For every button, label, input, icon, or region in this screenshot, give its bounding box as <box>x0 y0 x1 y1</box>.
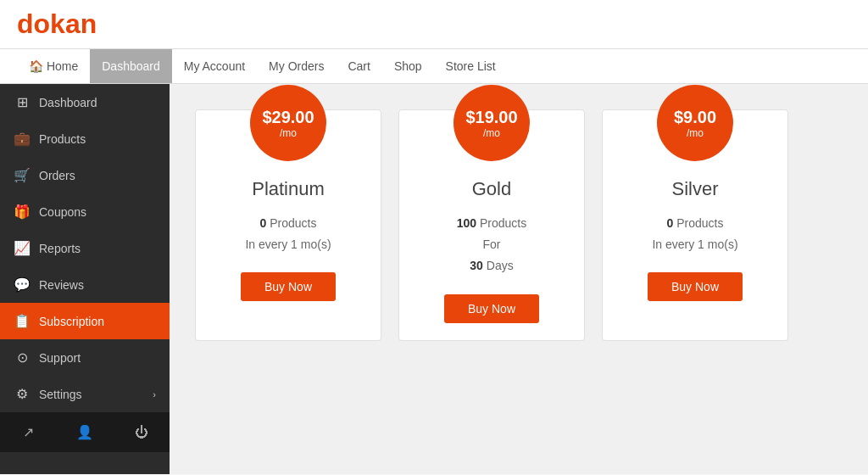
platinum-price: $29.00 <box>262 107 314 127</box>
platinum-period: /mo <box>280 127 297 139</box>
platinum-description: In every 1 mo(s) <box>245 238 331 251</box>
nav-cart[interactable]: Cart <box>336 49 381 83</box>
sidebar: ⊞ Dashboard 💼 Products 🛒 Orders 🎁 Coupon… <box>0 84 170 474</box>
sidebar-item-orders[interactable]: 🛒 Orders <box>0 157 170 193</box>
plan-platinum: $29.00 /mo Platinum 0 Products In every … <box>195 109 381 341</box>
platinum-count: 0 <box>260 216 267 230</box>
logo-accent: d <box>17 8 34 39</box>
coupons-icon: 🎁 <box>14 204 31 220</box>
external-link-button[interactable]: ↗ <box>0 412 57 452</box>
nav-store-list[interactable]: Store List <box>434 49 508 83</box>
sidebar-item-subscription[interactable]: 📋 Subscription <box>0 303 170 339</box>
gold-details: 100 Products For 30 Days <box>416 213 567 277</box>
sidebar-bottom: ↗ 👤 ⏻ <box>0 412 170 452</box>
sidebar-label-reviews: Reviews <box>39 278 84 292</box>
logo: dokan <box>17 8 851 40</box>
power-icon: ⏻ <box>135 425 148 440</box>
sidebar-item-dashboard[interactable]: ⊞ Dashboard <box>0 84 170 120</box>
logo-text: okan <box>34 8 97 39</box>
orders-icon: 🛒 <box>14 167 31 183</box>
gold-price-circle: $19.00 /mo <box>453 85 530 161</box>
sidebar-item-products[interactable]: 💼 Products <box>0 120 170 157</box>
user-profile-button[interactable]: 👤 <box>57 412 114 452</box>
sidebar-item-reviews[interactable]: 💬 Reviews <box>0 266 170 303</box>
nav-shop[interactable]: Shop <box>382 49 434 83</box>
sidebar-label-support: Support <box>39 351 81 365</box>
main-content: $29.00 /mo Platinum 0 Products In every … <box>170 84 868 474</box>
silver-description: In every 1 mo(s) <box>652 238 737 251</box>
sidebar-label-reports: Reports <box>39 242 81 255</box>
platinum-details: 0 Products In every 1 mo(s) <box>213 213 364 255</box>
sidebar-label-coupons: Coupons <box>39 205 86 219</box>
sidebar-label-orders: Orders <box>39 169 75 182</box>
nav-dashboard[interactable]: Dashboard <box>90 49 172 83</box>
nav-my-orders[interactable]: My Orders <box>257 49 336 83</box>
gold-name: Gold <box>416 178 567 200</box>
logout-button[interactable]: ⏻ <box>113 412 170 452</box>
platinum-name: Platinum <box>213 178 364 200</box>
nav-home[interactable]: 🏠 Home <box>17 49 90 83</box>
gold-buy-button[interactable]: Buy Now <box>444 294 539 323</box>
silver-price: $9.00 <box>674 107 716 127</box>
gold-count: 100 <box>457 216 476 230</box>
reviews-icon: 💬 <box>14 277 31 293</box>
settings-icon: ⚙ <box>14 386 31 402</box>
platinum-buy-button[interactable]: Buy Now <box>241 272 336 301</box>
settings-arrow-icon: › <box>153 389 156 400</box>
silver-price-circle: $9.00 /mo <box>657 85 733 161</box>
silver-details: 0 Products In every 1 mo(s) <box>620 213 771 255</box>
sidebar-label-products: Products <box>39 132 86 146</box>
platinum-price-circle: $29.00 /mo <box>250 85 326 161</box>
sidebar-label-dashboard: Dashboard <box>39 96 97 109</box>
support-icon: ⊙ <box>14 349 31 366</box>
nav-my-account[interactable]: My Account <box>172 49 257 83</box>
plan-silver: $9.00 /mo Silver 0 Products In every 1 m… <box>602 109 788 341</box>
sidebar-label-settings: Settings <box>39 388 82 401</box>
gold-days-label: Days <box>483 259 514 272</box>
layout: ⊞ Dashboard 💼 Products 🛒 Orders 🎁 Coupon… <box>0 84 868 474</box>
products-icon: 💼 <box>14 131 31 147</box>
top-nav: 🏠 Home Dashboard My Account My Orders Ca… <box>0 49 868 84</box>
plan-gold: $19.00 /mo Gold 100 Products For 30 Days… <box>398 109 585 341</box>
gold-period: /mo <box>483 127 500 139</box>
subscription-icon: 📋 <box>14 313 31 329</box>
silver-buy-button[interactable]: Buy Now <box>648 272 743 301</box>
silver-name: Silver <box>620 178 771 200</box>
external-link-icon: ↗ <box>23 424 34 440</box>
reports-icon: 📈 <box>14 240 31 256</box>
sidebar-item-coupons[interactable]: 🎁 Coupons <box>0 193 170 230</box>
silver-period: /mo <box>687 127 704 139</box>
dashboard-icon: ⊞ <box>14 94 31 110</box>
sidebar-label-subscription: Subscription <box>39 315 104 328</box>
gold-days: 30 <box>470 259 483 272</box>
header: dokan <box>0 0 868 49</box>
sidebar-item-reports[interactable]: 📈 Reports <box>0 230 170 266</box>
sidebar-item-settings[interactable]: ⚙ Settings › <box>0 376 170 412</box>
gold-for-label: For <box>483 238 501 251</box>
gold-price: $19.00 <box>465 107 517 127</box>
sidebar-item-support[interactable]: ⊙ Support <box>0 339 170 376</box>
user-icon: 👤 <box>76 424 93 440</box>
silver-count: 0 <box>667 216 674 230</box>
plans-container: $29.00 /mo Platinum 0 Products In every … <box>195 109 843 341</box>
